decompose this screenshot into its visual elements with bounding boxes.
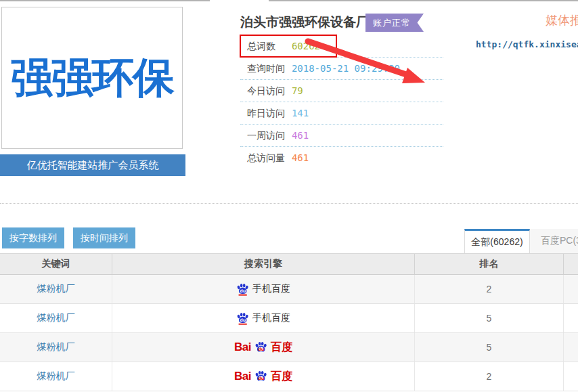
system-name-banner: 亿优托智能建站推广会员系统 [0,154,185,176]
account-status-badge: 账户正常 [365,14,424,32]
baidu-logo-cn: 百度 [271,370,292,384]
media-section-heading: 媒体推 [546,12,578,28]
stat-label: 一周访问 [247,125,289,147]
keyword-link[interactable]: 煤粉机厂 [37,370,75,383]
tab-baidu-pc[interactable]: 百度PC(30 [530,229,578,253]
stat-row-total-words: 总词数 60262 [240,35,443,58]
top-border-segment [269,0,578,1]
stat-row-yesterday-visits: 昨日访问 141 [240,102,443,125]
keyword-rank-table: 关键词 搜索引擎 排名 煤粉机厂 手机百度 2 煤粉机厂 [0,253,578,392]
stat-value: 141 [292,108,309,118]
engine-cell: 手机百度 [236,283,290,296]
sort-by-time-button[interactable]: 按时间排列 [73,227,135,248]
rank-value: 2 [487,371,492,382]
stat-label: 总访问量 [247,147,289,169]
stats-list: 总词数 60262 查询时间 2018-05-21 09:29:20 今日访问 … [240,35,443,169]
engine-label: 手机百度 [252,312,290,324]
tab-all[interactable]: 全部(60262) [464,229,530,253]
stat-row-week-visits: 一周访问 461 [240,125,443,147]
stat-row-today-visits: 今日访问 79 [240,80,443,102]
column-header-engine: 搜索引擎 [112,254,415,274]
keyword-link[interactable]: 煤粉机厂 [37,341,75,353]
company-logo-card: 强强环保 [1,7,183,149]
table-row: 煤粉机厂 手机百度 2 [0,275,578,304]
stat-label: 今日访问 [247,80,289,102]
baidu-pc-icon [254,341,267,354]
stat-value: 79 [292,85,303,96]
stat-row-query-time: 查询时间 2018-05-21 09:29:20 [240,58,443,80]
stat-label: 昨日访问 [247,102,289,125]
stat-value: 461 [292,152,309,163]
stat-label: 总词数 [247,35,289,58]
table-row: 煤粉机厂 Bai 百度 2 [0,362,578,391]
member-system-page: 强强环保 亿优托智能建站推广会员系统 泊头市强强环保设备厂 账户正常 总词数 6… [0,0,578,392]
table-row: 煤粉机厂 手机百度 5 [0,304,578,333]
company-logo-text: 强强环保 [11,49,173,106]
engine-cell: Bai 百度 [234,370,292,384]
column-header-clipped [564,254,578,274]
rank-value: 5 [487,342,492,353]
table-row: 煤粉机厂 Bai 百度 5 [0,333,578,362]
site-url-link[interactable]: http://qtfk.xinxisea. [476,39,578,49]
sort-by-wordcount-button[interactable]: 按字数排列 [2,227,64,248]
stat-value: 2018-05-21 09:29:20 [292,63,400,74]
keyword-link[interactable]: 煤粉机厂 [37,283,75,295]
table-header-row: 关键词 搜索引擎 排名 [0,253,578,275]
rank-value: 2 [487,284,492,295]
baidu-pc-icon [254,370,267,383]
rank-value: 5 [487,313,492,324]
column-header-keyword: 关键词 [0,254,112,274]
engine-cell: Bai 百度 [234,341,292,355]
baidu-mobile-icon [236,312,249,325]
stat-label: 查询时间 [247,58,289,80]
baidu-logo-cn: 百度 [271,341,292,355]
baidu-logo-latin: Bai [234,370,251,383]
stat-value: 461 [292,130,309,141]
engine-label: 手机百度 [252,283,290,295]
stat-row-total-visits: 总访问量 461 [240,147,443,169]
baidu-mobile-icon [236,283,249,296]
top-border-segment [0,0,210,1]
section-divider [0,203,578,204]
page-title: 泊头市强强环保设备厂 [240,14,369,31]
engine-cell: 手机百度 [236,312,290,325]
baidu-logo-latin: Bai [234,341,251,354]
stat-value: 60262 [292,41,320,51]
keyword-link[interactable]: 煤粉机厂 [37,312,75,324]
column-header-rank: 排名 [415,254,564,274]
